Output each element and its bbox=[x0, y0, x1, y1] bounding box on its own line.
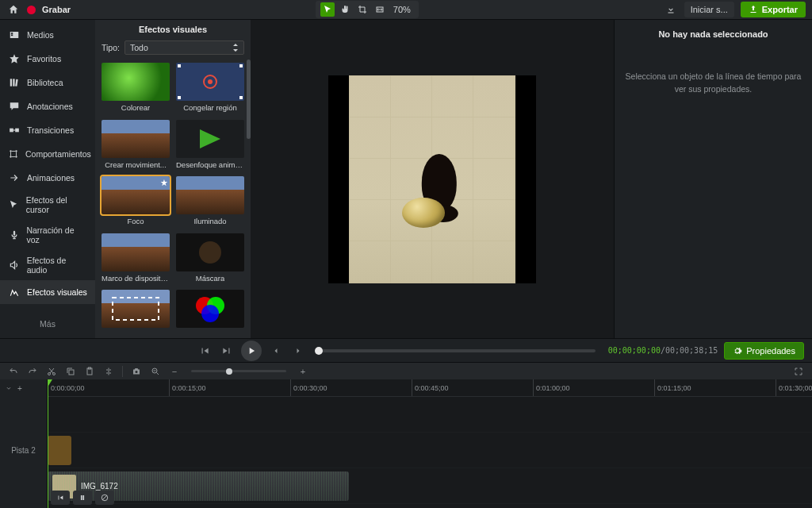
effects-grid: ColorearCongelar regiónCrear movimient..… bbox=[95, 60, 251, 338]
export-button[interactable]: Exportar bbox=[741, 2, 806, 17]
zoom-percentage[interactable]: 70% bbox=[390, 5, 414, 14]
effect-thumbnail bbox=[102, 120, 170, 158]
export-icon bbox=[749, 5, 758, 14]
properties-empty-title: No hay nada seleccionado bbox=[658, 29, 768, 39]
sidebar-item-transition[interactable]: Transiciones bbox=[0, 118, 95, 142]
home-button[interactable] bbox=[6, 2, 21, 17]
audio-icon bbox=[8, 259, 21, 271]
svg-rect-7 bbox=[10, 129, 13, 133]
transition-icon bbox=[8, 124, 21, 137]
effect-label: Foco bbox=[127, 214, 144, 228]
properties-button[interactable]: Propiedades bbox=[724, 342, 804, 360]
effect-item[interactable]: Iluminado bbox=[174, 176, 246, 230]
sidebar-item-vfx[interactable]: Efectos visuales bbox=[0, 280, 95, 304]
sidebar-item-library[interactable]: Biblioteca bbox=[0, 71, 95, 94]
timeline-track-headers: + Pista 2 bbox=[0, 379, 48, 508]
track-header-2[interactable]: Pista 2 bbox=[0, 433, 47, 468]
svg-rect-18 bbox=[178, 96, 181, 99]
ruler-tick: 0:00:30;00 bbox=[290, 379, 327, 396]
start-session-label: Iniciar s... bbox=[691, 5, 728, 14]
sidebar-item-cursor[interactable]: Efectos del cursor bbox=[0, 190, 95, 220]
playback-slider[interactable] bbox=[319, 349, 596, 352]
track-pause-button[interactable] bbox=[73, 491, 92, 505]
track-prev-button[interactable] bbox=[51, 491, 70, 505]
effect-item[interactable]: Congelar región bbox=[174, 63, 246, 117]
zoom-out-button[interactable] bbox=[150, 366, 161, 377]
playback-bar: 00;00;00;00/00;00;38;15 Propiedades bbox=[0, 338, 812, 362]
copy-button[interactable] bbox=[65, 366, 76, 377]
redo-button[interactable] bbox=[27, 366, 38, 377]
cursor-icon bbox=[8, 198, 20, 211]
play-button[interactable] bbox=[241, 341, 262, 361]
effects-type-value: Todo bbox=[130, 43, 148, 52]
clip-fragment[interactable] bbox=[48, 436, 71, 465]
effect-thumbnail bbox=[102, 290, 170, 328]
timeline-zoom-slider[interactable] bbox=[191, 370, 286, 372]
next-marker-button[interactable] bbox=[290, 343, 306, 359]
timeline-body[interactable]: 0:00:00;000:00:15;000:00:30;000:00:45;00… bbox=[48, 379, 812, 508]
canvas-tools: 70% bbox=[316, 1, 419, 18]
sidebar-item-audio[interactable]: Efectos de audio bbox=[0, 250, 95, 280]
undo-button[interactable] bbox=[8, 366, 19, 377]
effect-item[interactable]: ★Foco bbox=[100, 176, 171, 230]
sidebar-item-star[interactable]: Favoritos bbox=[0, 47, 95, 71]
effect-item[interactable]: Crear movimient... bbox=[100, 120, 171, 174]
record-label[interactable]: Grabar bbox=[42, 5, 71, 14]
effect-item[interactable]: Desenfoque anima... bbox=[174, 120, 246, 174]
canvas-stage[interactable] bbox=[251, 20, 614, 338]
next-frame-button[interactable] bbox=[219, 343, 235, 359]
prev-marker-button[interactable] bbox=[268, 343, 284, 359]
track-header-3[interactable] bbox=[0, 468, 47, 504]
timeline-ruler[interactable]: 0:00:00;000:00:15;000:00:30;000:00:45;00… bbox=[48, 379, 812, 397]
playback-slider-knob[interactable] bbox=[315, 347, 323, 355]
start-session-button[interactable]: Iniciar s... bbox=[684, 2, 734, 17]
sidebar-item-annotation[interactable]: Anotaciones bbox=[0, 94, 95, 118]
star-icon bbox=[8, 52, 21, 65]
download-button[interactable] bbox=[664, 2, 678, 17]
ruler-tick: 0:01:00;00 bbox=[533, 379, 570, 396]
track-header-1[interactable] bbox=[0, 397, 47, 433]
snapshot-button[interactable] bbox=[131, 366, 142, 377]
track-row-1[interactable] bbox=[48, 397, 812, 433]
pan-tool[interactable] bbox=[338, 2, 352, 17]
sidebar-item-voice[interactable]: Narración de voz bbox=[0, 220, 95, 250]
timeline-zoom-minus[interactable]: − bbox=[169, 366, 180, 377]
effects-type-select[interactable]: Todo bbox=[124, 40, 244, 55]
sidebar-more[interactable]: Más bbox=[0, 313, 95, 335]
track-row-3[interactable]: IMG_6172 bbox=[48, 468, 812, 504]
sidebar-item-behavior[interactable]: Comportamientos bbox=[0, 142, 95, 166]
ruler-tick: 0:01:30;00 bbox=[776, 379, 812, 396]
collapse-icon[interactable] bbox=[5, 384, 13, 392]
resize-tool[interactable] bbox=[373, 2, 387, 17]
effect-thumbnail bbox=[102, 233, 170, 271]
effects-panel-title: Efectos visuales bbox=[95, 20, 251, 39]
svg-rect-6 bbox=[15, 79, 18, 87]
properties-empty-hint: Selecciona un objeto de la línea de tiem… bbox=[624, 71, 802, 96]
fullscreen-button[interactable] bbox=[793, 366, 804, 377]
split-button[interactable] bbox=[103, 366, 114, 377]
track-mute-button[interactable] bbox=[95, 491, 114, 505]
add-track-icon[interactable]: + bbox=[17, 384, 22, 393]
paste-button[interactable] bbox=[84, 366, 95, 377]
select-tool[interactable] bbox=[320, 2, 335, 17]
prev-frame-button[interactable] bbox=[197, 343, 213, 359]
effect-item[interactable]: Colorear bbox=[100, 63, 171, 117]
record-indicator-icon[interactable] bbox=[27, 6, 36, 14]
crop-tool[interactable] bbox=[355, 2, 370, 17]
effect-item[interactable]: Máscara bbox=[174, 233, 246, 287]
effect-item[interactable]: Marco de dispositivo bbox=[100, 233, 171, 287]
track-row-2[interactable] bbox=[48, 433, 812, 468]
playhead[interactable]: 0:00:00;00 bbox=[48, 379, 48, 508]
svg-rect-8 bbox=[15, 129, 19, 133]
timeline-zoom-plus[interactable]: + bbox=[297, 366, 308, 377]
effect-item[interactable] bbox=[174, 290, 246, 335]
effect-item[interactable] bbox=[100, 290, 171, 335]
sidebar-item-animation[interactable]: Animaciones bbox=[0, 166, 95, 190]
sidebar-item-media[interactable]: Medios bbox=[0, 23, 95, 47]
effects-type-label: Tipo: bbox=[102, 43, 120, 52]
effect-label: Marco de dispositivo bbox=[102, 271, 170, 285]
cut-button[interactable] bbox=[46, 366, 57, 377]
effect-label: Máscara bbox=[196, 271, 224, 285]
effect-thumbnail bbox=[176, 176, 244, 214]
timeline-zoom-knob[interactable] bbox=[226, 368, 232, 375]
